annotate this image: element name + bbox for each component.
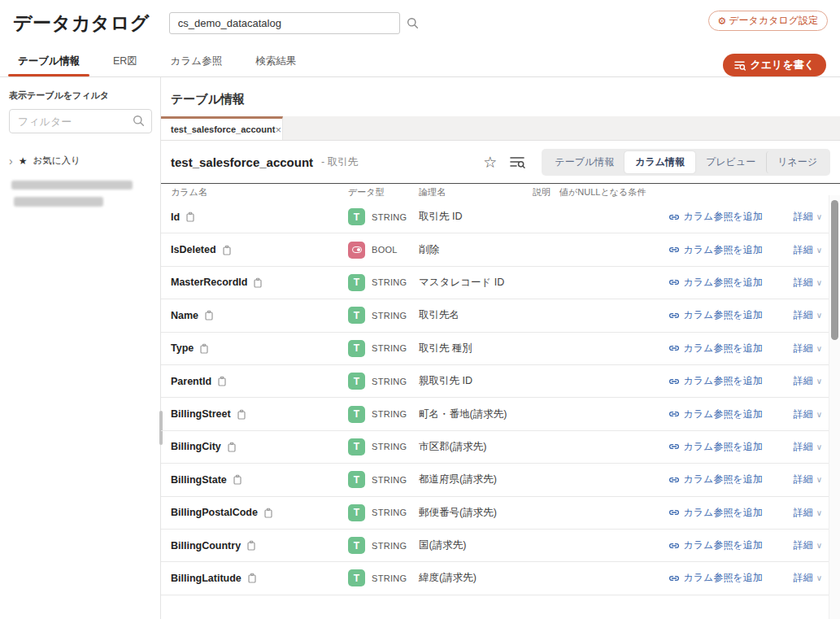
add-column-reference-link[interactable]: カラム参照を追加 bbox=[668, 506, 763, 520]
details-dropdown[interactable]: 詳細∨ bbox=[794, 210, 822, 224]
view-tab-table-info[interactable]: テーブル情報 bbox=[544, 151, 625, 173]
app-header: データカタログ ⚙ データカタログ設定 bbox=[0, 0, 840, 46]
filter-tables-label: 表示テーブルをフィルタ bbox=[9, 89, 151, 102]
col-header-null-condition: 値がNULLとなる条件 bbox=[559, 186, 840, 198]
copy-icon[interactable] bbox=[199, 343, 209, 354]
filter-search-icon bbox=[133, 115, 145, 127]
details-dropdown[interactable]: 詳細∨ bbox=[794, 243, 822, 257]
type-label: STRING bbox=[372, 311, 407, 320]
main-panel: テーブル情報 test_salesforce_account × test_sa… bbox=[161, 77, 840, 619]
redacted-table-item[interactable] bbox=[14, 197, 103, 207]
chevron-down-icon: ∨ bbox=[816, 278, 822, 287]
catalog-settings-button[interactable]: ⚙ データカタログ設定 bbox=[708, 11, 828, 31]
close-icon[interactable]: × bbox=[275, 124, 281, 135]
copy-icon[interactable] bbox=[263, 508, 273, 518]
add-column-reference-link[interactable]: カラム参照を追加 bbox=[668, 538, 763, 552]
string-type-icon: T bbox=[348, 307, 365, 324]
table-filter-input[interactable] bbox=[9, 109, 152, 133]
copy-icon[interactable] bbox=[217, 376, 227, 386]
tab-table-info[interactable]: テーブル情報 bbox=[18, 46, 80, 76]
vertical-scrollbar-thumb[interactable] bbox=[831, 200, 838, 340]
logical-name: 郵便番号(請求先) bbox=[419, 506, 668, 520]
vertical-scrollbar[interactable] bbox=[829, 195, 840, 619]
document-tabstrip: test_salesforce_account × bbox=[161, 116, 840, 141]
doc-tab-test-salesforce-account[interactable]: test_salesforce_account × bbox=[161, 116, 283, 140]
details-dropdown[interactable]: 詳細∨ bbox=[794, 440, 822, 454]
add-column-reference-link[interactable]: カラム参照を追加 bbox=[668, 571, 763, 585]
chevron-down-icon: ∨ bbox=[816, 344, 822, 353]
chevron-down-icon: ∨ bbox=[816, 508, 822, 517]
string-type-icon: T bbox=[348, 406, 365, 423]
details-dropdown[interactable]: 詳細∨ bbox=[794, 374, 822, 388]
redacted-table-item[interactable] bbox=[11, 181, 133, 190]
column-row-BillingCountry: BillingCountryTSTRING国(請求先)カラム参照を追加詳細∨ bbox=[161, 530, 840, 562]
add-column-reference-link[interactable]: カラム参照を追加 bbox=[668, 473, 763, 486]
view-tab-lineage[interactable]: リネージ bbox=[766, 151, 828, 173]
chevron-down-icon: ∨ bbox=[816, 573, 822, 582]
column-row-ParentId: ParentIdTSTRING親取引先 IDカラム参照を追加詳細∨ bbox=[161, 365, 840, 398]
copy-icon[interactable] bbox=[233, 474, 242, 485]
logical-name: マスタレコード ID bbox=[419, 276, 668, 290]
copy-icon[interactable] bbox=[204, 310, 214, 320]
details-dropdown[interactable]: 詳細∨ bbox=[794, 506, 822, 520]
logical-name: 親取引先 ID bbox=[419, 374, 668, 388]
columns-table-header: カラム名 データ型 論理名 説明 値がNULLとなる条件 bbox=[161, 183, 840, 201]
tab-column-reference[interactable]: カラム参照 bbox=[171, 46, 222, 76]
type-label: STRING bbox=[372, 343, 407, 353]
chevron-down-icon: ∨ bbox=[816, 442, 822, 451]
copy-icon[interactable] bbox=[227, 442, 237, 452]
type-label: STRING bbox=[372, 212, 407, 222]
details-dropdown[interactable]: 詳細∨ bbox=[794, 408, 822, 421]
search-icon[interactable] bbox=[407, 17, 419, 29]
logical-name: 都道府県(請求先) bbox=[419, 473, 668, 486]
list-search-icon[interactable] bbox=[510, 155, 525, 168]
copy-icon[interactable] bbox=[185, 211, 195, 222]
column-row-BillingCity: BillingCityTSTRING市区郡(請求先)カラム参照を追加詳細∨ bbox=[161, 431, 840, 464]
bool-type-icon bbox=[348, 242, 365, 259]
add-column-reference-link[interactable]: カラム参照を追加 bbox=[668, 374, 763, 388]
add-column-reference-link[interactable]: カラム参照を追加 bbox=[668, 276, 763, 290]
details-dropdown[interactable]: 詳細∨ bbox=[794, 571, 822, 585]
column-row-BillingStreet: BillingStreetTSTRING町名・番地(請求先)カラム参照を追加詳細… bbox=[161, 398, 840, 430]
app-title: データカタログ bbox=[13, 11, 150, 36]
tab-er-diagram[interactable]: ER図 bbox=[113, 46, 137, 76]
global-search-input[interactable] bbox=[169, 12, 400, 34]
column-name: IsDeleted bbox=[171, 244, 216, 255]
col-header-logical: 論理名 bbox=[419, 186, 533, 198]
column-name: BillingStreet bbox=[171, 408, 231, 420]
details-dropdown[interactable]: 詳細∨ bbox=[794, 473, 822, 486]
copy-icon[interactable] bbox=[246, 540, 256, 551]
copy-icon[interactable] bbox=[237, 409, 246, 420]
add-column-reference-link[interactable]: カラム参照を追加 bbox=[668, 440, 763, 454]
view-tab-column-info[interactable]: カラム情報 bbox=[625, 151, 695, 173]
link-icon bbox=[668, 508, 680, 517]
details-dropdown[interactable]: 詳細∨ bbox=[794, 276, 822, 290]
table-subtitle: - 取引先 bbox=[321, 155, 358, 169]
write-query-button[interactable]: クエリを書く bbox=[723, 54, 826, 76]
view-tab-preview[interactable]: プレビュー bbox=[695, 151, 766, 173]
logical-name: 町名・番地(請求先) bbox=[419, 408, 668, 421]
add-column-reference-link[interactable]: カラム参照を追加 bbox=[668, 408, 763, 421]
logical-name: 削除 bbox=[419, 243, 668, 257]
copy-icon[interactable] bbox=[222, 245, 232, 255]
tab-search-results[interactable]: 検索結果 bbox=[255, 46, 296, 76]
column-name: BillingCountry bbox=[171, 540, 241, 551]
favorite-star-icon[interactable]: ☆ bbox=[483, 155, 497, 170]
copy-icon[interactable] bbox=[247, 573, 257, 583]
logical-name: 緯度(請求先) bbox=[419, 571, 668, 585]
add-column-reference-link[interactable]: カラム参照を追加 bbox=[668, 308, 763, 322]
details-dropdown[interactable]: 詳細∨ bbox=[794, 308, 822, 322]
favorites-group[interactable]: › ★ お気に入り bbox=[9, 155, 151, 167]
add-column-reference-link[interactable]: カラム参照を追加 bbox=[668, 210, 763, 224]
details-dropdown[interactable]: 詳細∨ bbox=[794, 342, 822, 355]
copy-icon[interactable] bbox=[253, 277, 263, 288]
link-icon bbox=[668, 377, 680, 386]
add-column-reference-link[interactable]: カラム参照を追加 bbox=[668, 243, 763, 257]
favorites-label: お気に入り bbox=[33, 155, 80, 167]
details-dropdown[interactable]: 詳細∨ bbox=[794, 538, 822, 552]
view-switcher: テーブル情報 カラム情報 プレビュー リネージ bbox=[542, 149, 830, 176]
add-column-reference-link[interactable]: カラム参照を追加 bbox=[668, 342, 763, 355]
column-name: BillingState bbox=[171, 474, 227, 486]
section-title: テーブル情報 bbox=[161, 77, 840, 116]
string-type-icon: T bbox=[348, 504, 365, 521]
